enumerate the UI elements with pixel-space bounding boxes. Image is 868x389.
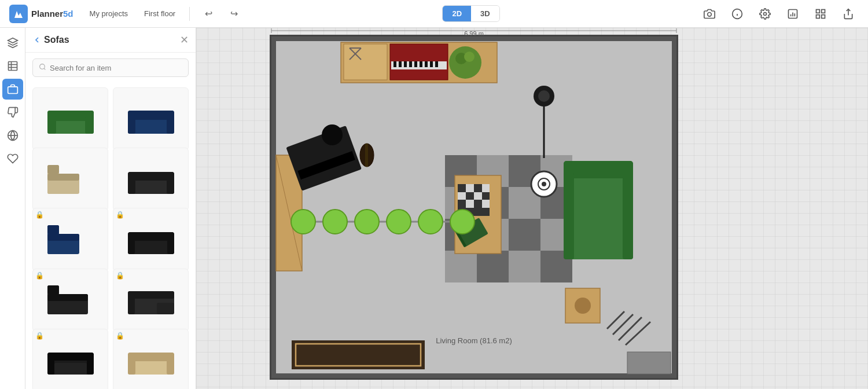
panel-close-button[interactable]: ✕ <box>180 34 189 46</box>
sofas-panel: Sofas ✕ <box>25 28 196 389</box>
logo-text: Planner5d <box>31 8 73 20</box>
tool-globe[interactable] <box>2 125 23 146</box>
sofa-item-7[interactable]: 🔒 <box>32 269 108 332</box>
app-logo[interactable]: Planner5d <box>9 5 73 23</box>
lock-icon: 🔒 <box>116 271 124 280</box>
tool-shapes[interactable] <box>2 32 23 53</box>
lock-icon: 🔒 <box>35 271 44 280</box>
sofa-item-5[interactable]: 🔒 <box>32 208 108 271</box>
view-2d-button[interactable]: 2D <box>443 6 471 21</box>
svg-point-1 <box>708 12 712 16</box>
lock-icon: 🔒 <box>116 211 124 219</box>
search-icon <box>39 63 46 72</box>
layout-button[interactable] <box>810 3 831 24</box>
svg-rect-55 <box>47 356 54 375</box>
svg-rect-56 <box>87 356 94 375</box>
sofa-item-9[interactable]: 🔒 <box>32 329 108 389</box>
tool-layers[interactable] <box>2 56 23 76</box>
svg-rect-9 <box>822 14 825 18</box>
svg-rect-60 <box>128 357 135 375</box>
panel-back-button[interactable]: Sofas <box>32 35 69 45</box>
svg-rect-44 <box>167 237 174 254</box>
canvas-area[interactable]: 6.99 m <box>196 28 868 389</box>
tools-sidebar <box>0 28 25 389</box>
sofa-item-4[interactable] <box>113 148 189 211</box>
svg-rect-61 <box>167 357 174 375</box>
lock-icon: 🔒 <box>35 211 44 219</box>
stats-button[interactable] <box>782 3 803 24</box>
lock-icon: 🔒 <box>116 332 124 340</box>
svg-rect-52 <box>128 295 135 314</box>
sofa-item-3[interactable] <box>32 148 108 211</box>
tool-furniture[interactable] <box>2 79 23 100</box>
svg-rect-35 <box>128 177 135 194</box>
sofa-item-8[interactable]: 🔒 <box>113 269 189 332</box>
svg-rect-10 <box>816 14 820 18</box>
sofa-item-2[interactable] <box>113 87 189 151</box>
svg-rect-8 <box>822 9 825 13</box>
sofa-item-10[interactable]: 🔒 <box>113 329 189 389</box>
svg-rect-50 <box>157 303 174 314</box>
view-3d-button[interactable]: 3D <box>471 6 499 21</box>
redo-button[interactable]: ↪ <box>225 5 243 23</box>
panel-title: Sofas <box>44 35 69 45</box>
camera-button[interactable] <box>699 3 720 24</box>
share-button[interactable] <box>838 3 859 24</box>
info-button[interactable] <box>727 3 748 24</box>
settings-button[interactable] <box>755 3 775 24</box>
svg-rect-36 <box>167 177 174 194</box>
svg-rect-43 <box>128 237 135 254</box>
first-floor-link[interactable]: First floor <box>139 7 180 20</box>
undo-button[interactable]: ↩ <box>199 5 218 23</box>
svg-line-20 <box>44 68 45 69</box>
my-projects-link[interactable]: My projects <box>85 7 133 20</box>
svg-rect-16 <box>8 87 17 94</box>
view-toggle: 2D 3D <box>442 5 499 22</box>
svg-point-19 <box>40 64 45 69</box>
svg-rect-28 <box>167 115 174 134</box>
svg-rect-23 <box>47 116 56 134</box>
top-bar: Planner5d My projects First floor ↩ ↪ 2D… <box>0 0 868 28</box>
lock-icon: 🔒 <box>35 332 44 340</box>
svg-rect-57 <box>54 363 87 375</box>
svg-rect-32 <box>47 174 79 181</box>
panel-header: Sofas ✕ <box>25 28 196 53</box>
svg-rect-7 <box>816 9 820 13</box>
sofa-item-1[interactable] <box>32 87 108 151</box>
svg-rect-31 <box>47 165 59 174</box>
svg-rect-24 <box>85 116 94 134</box>
sofa-item-6[interactable]: 🔒 <box>113 208 189 271</box>
search-input[interactable] <box>50 64 182 72</box>
svg-rect-0 <box>12 8 25 20</box>
svg-rect-40 <box>47 234 79 241</box>
nav-divider <box>189 7 190 21</box>
logo-icon <box>9 5 28 23</box>
tool-heart[interactable] <box>2 148 23 169</box>
svg-rect-27 <box>128 115 135 134</box>
grid-background <box>196 28 868 389</box>
svg-point-5 <box>764 12 767 15</box>
svg-rect-47 <box>47 285 59 294</box>
svg-rect-48 <box>47 294 88 301</box>
svg-rect-12 <box>8 62 17 71</box>
search-box <box>32 58 189 77</box>
svg-rect-39 <box>47 225 59 234</box>
tool-dislike[interactable] <box>2 102 23 123</box>
items-grid: 🔒 🔒 🔒 <box>25 83 196 389</box>
